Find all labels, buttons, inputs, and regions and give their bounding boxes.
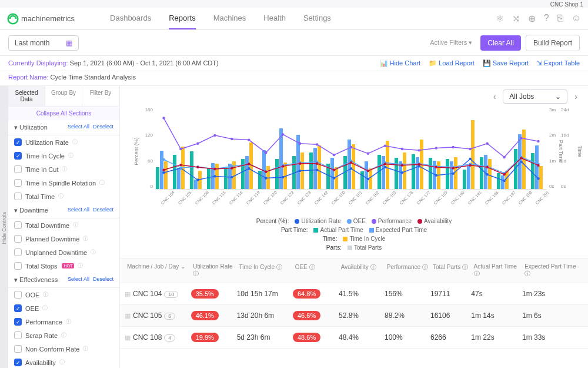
build-report-button[interactable]: Build Report	[526, 35, 580, 51]
info-icon[interactable]: ⓘ	[62, 165, 67, 173]
col-oee[interactable]: OEE ⓘ	[293, 262, 339, 279]
table-row[interactable]: ▦CNC 1084 19.9% 5d 23h 6m 48.6% 48.4% 10…	[120, 327, 588, 349]
lock-icon[interactable]: ⎘	[557, 13, 563, 24]
prev-button[interactable]: ‹	[491, 92, 499, 101]
nav-dashboards[interactable]: Dashboards	[110, 8, 151, 29]
checkbox-ooe[interactable]	[14, 291, 22, 299]
info-icon[interactable]: ⓘ	[78, 262, 83, 270]
hide-chart-link[interactable]: 📊 Hide Chart	[380, 59, 421, 67]
section-downtime[interactable]: ▾ Downtime Select AllDeselect	[8, 203, 119, 218]
bar-group[interactable]	[241, 142, 256, 189]
bar-group[interactable]	[309, 145, 325, 189]
clear-all-button[interactable]: Clear All	[480, 35, 521, 51]
tab-filter-by[interactable]: Filter By	[82, 86, 119, 106]
legend-item[interactable]: OEE	[347, 218, 366, 224]
globe-icon[interactable]: ⊕	[528, 13, 536, 24]
info-icon[interactable]: ⓘ	[66, 318, 71, 326]
deselect-link[interactable]: Deselect	[93, 124, 113, 131]
logo[interactable]: machinemetrics	[7, 13, 75, 25]
checkbox-unplanned-downtime[interactable]	[14, 248, 22, 256]
tab-group-by[interactable]: Group By	[45, 86, 82, 106]
bar-group[interactable]	[446, 157, 461, 189]
bar-group[interactable]	[429, 158, 444, 189]
checkbox-time-spindle[interactable]	[14, 179, 22, 187]
section-effectiveness[interactable]: ▾ Effectiveness Select AllDeselect	[8, 273, 119, 288]
nav-reports[interactable]: Reports	[169, 8, 196, 29]
legend-item[interactable]: Actual Part Time	[313, 227, 363, 233]
collapse-all-link[interactable]: Collapse All Sections	[8, 107, 119, 120]
bar-group[interactable]	[395, 152, 410, 189]
col-time-in-cycle[interactable]: Time In Cycle ⓘ	[236, 262, 292, 279]
checkbox-nonconform[interactable]	[14, 345, 22, 353]
next-button[interactable]: ›	[572, 92, 580, 101]
bar-group[interactable]	[463, 120, 478, 189]
info-icon[interactable]: ⓘ	[91, 248, 96, 256]
bar-group[interactable]	[190, 151, 205, 189]
legend-item[interactable]: Availability	[417, 218, 452, 224]
col-availability[interactable]: Availability ⓘ	[339, 262, 385, 279]
col-utilization[interactable]: Utilization Rate ⓘ	[191, 262, 236, 279]
info-icon[interactable]: ⓘ	[61, 331, 66, 339]
save-report-link[interactable]: 💾 Save Report	[483, 59, 529, 67]
atom-icon[interactable]: ⚛	[496, 13, 504, 24]
legend-item[interactable]: Time In Cycle	[343, 236, 385, 242]
nav-machines[interactable]: Machines	[213, 8, 246, 29]
job-selector[interactable]: All Jobs⌄	[503, 89, 567, 104]
col-expected-pt[interactable]: Expected Part Time ⓘ	[522, 262, 583, 279]
col-actual-pt[interactable]: Actual Part Time ⓘ	[472, 262, 523, 279]
legend-item[interactable]: Utilization Rate	[295, 218, 340, 224]
legend-item[interactable]: Performance	[372, 218, 412, 224]
bar-group[interactable]	[326, 158, 342, 189]
bar-group[interactable]	[275, 128, 290, 189]
checkbox-time-in-cycle[interactable]: ✓	[14, 152, 22, 160]
info-icon[interactable]: ⓘ	[68, 152, 74, 160]
col-machine[interactable]: Machine / Job / Day ⌄	[125, 262, 191, 279]
bar-group[interactable]	[343, 140, 359, 189]
section-utilization[interactable]: ▾ Utilization Select AllDeselect	[8, 120, 119, 135]
checkbox-performance[interactable]: ✓	[14, 318, 22, 326]
bar-group[interactable]	[531, 145, 546, 189]
info-icon[interactable]: ⓘ	[83, 235, 88, 243]
info-icon[interactable]: ⓘ	[43, 291, 48, 299]
bar-group[interactable]	[258, 150, 273, 189]
tab-selected-data[interactable]: Selected Data	[8, 86, 45, 106]
active-filters-toggle[interactable]: Active Filters ▾	[430, 39, 472, 47]
bar-group[interactable]	[207, 163, 222, 189]
legend-item[interactable]: Total Parts	[348, 244, 382, 251]
checkbox-total-time[interactable]	[14, 193, 22, 200]
info-icon[interactable]: ⓘ	[58, 193, 64, 200]
hide-controls-tab[interactable]: Hide Controls	[0, 86, 8, 368]
col-performance[interactable]: Performance ⓘ	[385, 262, 430, 279]
info-icon[interactable]: ⓘ	[99, 179, 105, 187]
legend-item[interactable]: Expected Part Time	[369, 227, 427, 233]
bar-group[interactable]	[360, 161, 376, 189]
checkbox-availability[interactable]: ✓	[14, 359, 22, 366]
bar-group[interactable]	[292, 135, 308, 189]
info-icon[interactable]: ⓘ	[83, 345, 88, 353]
bar-group[interactable]	[514, 130, 529, 189]
nav-health[interactable]: Health	[263, 8, 286, 29]
table-row[interactable]: ▦CNC 1056 46.1% 13d 20h 6m 46.6% 52.8% 8…	[120, 305, 588, 327]
info-icon[interactable]: ⓘ	[59, 359, 65, 366]
shuffle-icon[interactable]: ⤭	[512, 13, 520, 24]
export-table-link[interactable]: ⇲ Export Table	[537, 59, 580, 67]
checkbox-planned-downtime[interactable]	[14, 235, 22, 243]
checkbox-total-downtime[interactable]	[14, 221, 22, 229]
checkbox-time-in-cut[interactable]	[14, 165, 22, 173]
bar-group[interactable]	[156, 151, 171, 189]
bar-group[interactable]	[412, 140, 427, 189]
col-total-parts[interactable]: Total Parts ⓘ	[430, 262, 472, 279]
load-report-link[interactable]: 📁 Load Report	[429, 59, 475, 67]
bar-group[interactable]	[377, 141, 393, 189]
table-row[interactable]: ▦CNC 10410 35.5% 10d 15h 17m 64.8% 41.5%…	[120, 283, 588, 305]
checkbox-utilization-rate[interactable]: ✓	[14, 138, 22, 146]
checkbox-oee[interactable]: ✓	[14, 304, 22, 312]
bar-group[interactable]	[480, 155, 495, 189]
checkbox-total-stops[interactable]	[14, 262, 22, 270]
bar-group[interactable]	[224, 161, 239, 189]
user-icon[interactable]: ☺	[572, 13, 581, 24]
checkbox-scrap-rate[interactable]	[14, 331, 22, 339]
info-icon[interactable]: ⓘ	[73, 221, 78, 229]
help-icon[interactable]: ?	[544, 13, 549, 24]
bar-group[interactable]	[173, 147, 188, 189]
